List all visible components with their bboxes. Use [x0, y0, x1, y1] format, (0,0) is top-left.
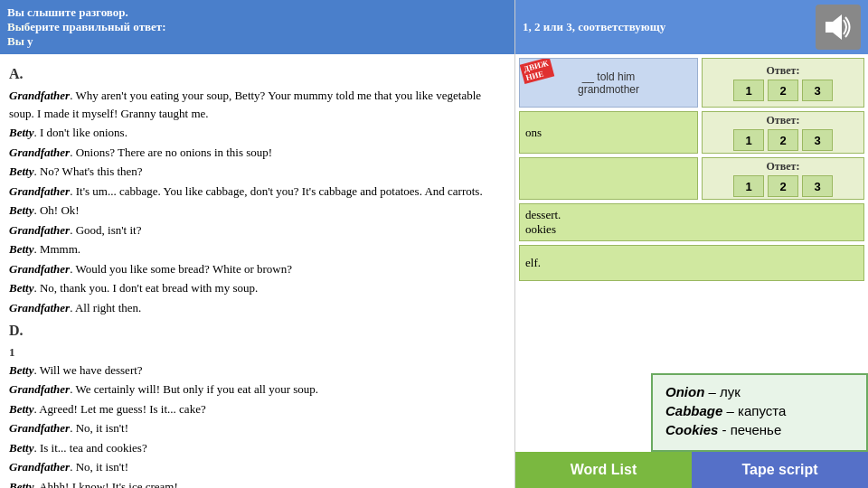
section-a-label: A. — [9, 63, 505, 85]
dialogue-line-18: Betty. Ahhh! I know! It's ice cream! — [9, 478, 505, 489]
fill-text-3 — [519, 157, 698, 200]
section-d1-label: 1 — [9, 345, 15, 359]
dialogue-text-1: . Why aren't you eating your soup, Betty… — [9, 89, 481, 120]
answer-btn-2-3[interactable]: 3 — [802, 129, 833, 151]
vocab-translation-2: капуста — [738, 403, 786, 418]
vocab-dash-3: - — [722, 422, 731, 437]
answer-btn-2-2[interactable]: 2 — [768, 129, 798, 151]
vocab-word-2: Cabbage — [665, 403, 722, 418]
dialogue-text-11: . All right then. — [70, 301, 141, 314]
dialogue-text-12: . Will we have dessert? — [33, 363, 142, 377]
answer-label-3: Ответ: — [767, 160, 800, 174]
dialogue-line-5: Grandfather. It's um... cabbage. You lik… — [9, 183, 505, 201]
answer-box-3: Ответ: 1 2 3 — [702, 157, 864, 200]
dialogue-text-15: . No, it isn't! — [70, 421, 128, 435]
vocab-dash-2: – — [727, 403, 739, 418]
answer-box-1: Ответ: 1 2 3 — [702, 58, 864, 108]
fill-row-5: elf. — [519, 245, 864, 281]
dialogue-line-4: Betty. No? What's this then? — [9, 163, 505, 181]
speaker-grandfather-4: Grandfather — [9, 223, 70, 237]
answer-btn-1-2[interactable]: 2 — [768, 80, 798, 101]
answer-label-1: Ответ: — [767, 64, 800, 78]
moving-badge: ДВИЖНИЕ — [520, 58, 555, 84]
dialogue-line-3: Grandfather. Onions? There are no onions… — [9, 144, 505, 162]
answer-btn-2-1[interactable]: 1 — [733, 129, 764, 151]
top-bar: Вы слышите разговор. Выберите правильный… — [0, 0, 514, 54]
dialogue-text-8: . Mmmm. — [33, 242, 80, 256]
dialogue-line-7: Grandfather. Good, isn't it? — [9, 221, 505, 239]
answer-buttons-1: 1 2 3 — [733, 80, 833, 101]
instruction-right-text: 1, 2 или 3, соответствующу — [523, 20, 816, 34]
speaker-grandfather-7: Grandfather — [9, 382, 70, 396]
dialogue-line-13: Grandfather. We certainly will! But only… — [9, 380, 505, 399]
dialogue-text-14: . Agreed! Let me guess! Is it... cake? — [33, 402, 205, 416]
speaker-betty-1: Betty — [9, 126, 33, 139]
vocab-entry-1: Onion – лук — [665, 384, 854, 399]
vocab-word-1: Onion — [665, 384, 704, 399]
svg-marker-1 — [833, 14, 842, 40]
bottom-buttons: Word List Tape script — [515, 452, 868, 488]
speaker-grandfather-6: Grandfather — [9, 301, 70, 314]
speaker-grandfather-9: Grandfather — [9, 460, 70, 474]
fill-row-3: Ответ: 1 2 3 — [519, 157, 864, 200]
speaker-betty-8: Betty — [9, 441, 33, 455]
answer-buttons-2: 1 2 3 — [733, 129, 833, 151]
dialogue-text-9: . Would you like some bread? White or br… — [70, 262, 292, 276]
dialogue-line-8: Betty. Mmmm. — [9, 240, 505, 258]
speaker-grandfather-8: Grandfather — [9, 421, 70, 435]
speaker-betty-6: Betty — [9, 363, 33, 377]
speaker-grandfather-1: Grandfather — [9, 89, 70, 102]
dialogue-line-6: Betty. Oh! Ok! — [9, 202, 505, 220]
vocab-box: Onion – лук Cabbage – капуста Cookies - … — [651, 373, 868, 452]
dialogue-text-13: . We certainly will! But only if you eat… — [70, 382, 318, 396]
speaker-grandfather-5: Grandfather — [9, 262, 70, 276]
dialogue-line-15: Grandfather. No, it isn't! — [9, 419, 505, 437]
dialogue-text-17: . No, it isn't! — [70, 460, 128, 474]
dialogue-text-7: . Good, isn't it? — [70, 223, 141, 237]
svg-rect-0 — [826, 22, 833, 33]
dialogue-line-12: Betty. Will we have dessert? — [9, 361, 505, 380]
left-panel: Вы слышите разговор. Выберите правильный… — [0, 0, 515, 488]
speaker-betty-4: Betty — [9, 242, 33, 256]
dialogue-line-16: Betty. Is it... tea and cookies? — [9, 439, 505, 457]
dialogue-text-6: . Oh! Ok! — [33, 203, 79, 217]
answer-box-2: Ответ: 1 2 3 — [702, 111, 864, 154]
answer-buttons-3: 1 2 3 — [733, 175, 833, 197]
dialogue-line-11: Grandfather. All right then. — [9, 299, 505, 317]
fill-image-text-1: __ told himgrandmother — [574, 67, 643, 99]
speaker-betty-5: Betty — [9, 281, 33, 295]
fill-row-1: ДВИЖНИЕ __ told himgrandmother Ответ: 1 … — [519, 58, 864, 108]
word-list-button[interactable]: Word List — [515, 452, 692, 488]
dialogue-line-17: Grandfather. No, it isn't! — [9, 458, 505, 476]
section-d-label: D. — [9, 320, 505, 342]
speaker-betty-7: Betty — [9, 402, 33, 416]
fill-row-2: ons Ответ: 1 2 3 — [519, 111, 864, 154]
tape-script-button[interactable]: Tape script — [692, 452, 868, 488]
vocab-word-3: Cookies — [665, 422, 718, 437]
dialogue-text-4: . No? What's this then? — [33, 164, 142, 178]
instruction-text: Вы слышите разговор. Выберите правильный… — [7, 5, 166, 49]
speaker-icon[interactable] — [816, 5, 861, 50]
speaker-betty-2: Betty — [9, 164, 33, 178]
dialogue-text-18: . Ahhh! I know! It's ice cream! — [33, 480, 177, 489]
dialogue-line-2: Betty. I don't like onions. — [9, 124, 505, 142]
instruction-bar: 1, 2 или 3, соответствующу — [515, 0, 868, 54]
speaker-betty-3: Betty — [9, 203, 33, 217]
answer-btn-3-1[interactable]: 1 — [733, 175, 764, 197]
fill-row-4: dessert.ookies — [519, 203, 864, 241]
vocab-dash-1: – — [709, 384, 721, 399]
dialogue-text-3: . Onions? There are no onions in this so… — [70, 145, 272, 159]
answer-btn-3-3[interactable]: 3 — [802, 175, 833, 197]
dialogue-line-1: Grandfather. Why aren't you eating your … — [9, 87, 505, 122]
answer-btn-1-1[interactable]: 1 — [733, 80, 764, 101]
dialogue-text-2: . I don't like onions. — [33, 126, 127, 139]
fill-text-5: elf. — [519, 245, 864, 281]
speaker-grandfather-2: Grandfather — [9, 145, 70, 159]
dialogue-line-10: Betty. No, thank you. I don't eat bread … — [9, 279, 505, 297]
fill-image-1: ДВИЖНИЕ __ told himgrandmother — [519, 58, 698, 108]
vocab-translation-3: печенье — [731, 422, 782, 437]
vocab-entry-3: Cookies - печенье — [665, 422, 854, 437]
speaker-grandfather-3: Grandfather — [9, 184, 70, 198]
answer-btn-3-2[interactable]: 2 — [768, 175, 798, 197]
answer-btn-1-3[interactable]: 3 — [802, 80, 833, 101]
